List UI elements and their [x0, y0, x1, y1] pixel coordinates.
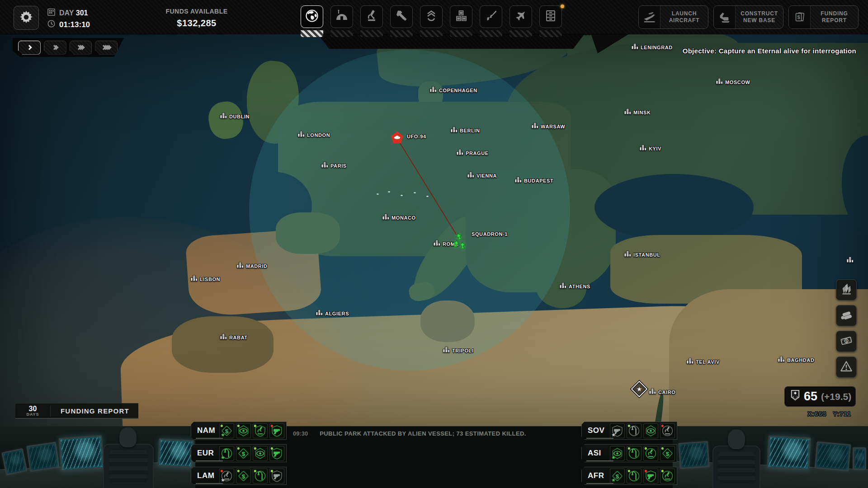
nav-tab-storage[interactable]: [450, 5, 472, 28]
region-eur-caliper-icon[interactable]: ★: [219, 446, 234, 461]
city-marker-berlin[interactable]: BERLIN: [450, 126, 480, 135]
city-marker-athens[interactable]: ATHENS: [559, 282, 590, 291]
nav-tab-soldiers[interactable]: [420, 5, 443, 28]
player-base-marker[interactable]: ★: [632, 382, 646, 396]
funding-report-button[interactable]: $FUNDINGREPORT: [788, 5, 859, 29]
city-label: TRIPOLI: [452, 348, 474, 353]
region-row-sov[interactable]: SOV★: [581, 422, 677, 440]
city-marker-warsaw[interactable]: WARSAW: [531, 122, 565, 131]
region-afr-pistol-icon[interactable]: [643, 469, 658, 483]
time-speed-3-button[interactable]: [70, 41, 92, 55]
city-marker-stockholm[interactable]: STOCKHOLM: [493, 39, 537, 47]
alert-icon: [840, 360, 853, 375]
day-value: 301: [76, 9, 88, 17]
region-afr-microscope-icon[interactable]: [660, 469, 675, 483]
city-marker-rabat[interactable]: RABAT: [220, 333, 248, 342]
time-speed-4-button[interactable]: [95, 41, 118, 55]
city-marker-tripoli[interactable]: TRIPOLI: [443, 346, 474, 355]
monitor: [678, 441, 710, 469]
nav-tab-engineering[interactable]: [390, 5, 413, 28]
city-marker-moscow[interactable]: MOSCOW: [716, 78, 750, 86]
region-nam-pistol-icon[interactable]: [269, 423, 284, 438]
city-marker-kyiv[interactable]: KYIV: [639, 144, 661, 153]
city-marker-edge[interactable]: [846, 256, 854, 265]
region-afr-caliper-icon[interactable]: [627, 469, 642, 483]
city-marker-algiers[interactable]: ALGIERS: [316, 309, 349, 318]
settings-button[interactable]: [14, 6, 39, 30]
region-nam-dollar-icon[interactable]: $★: [219, 423, 234, 438]
launch-aircraft-button[interactable]: LAUNCHAIRCRAFT: [638, 5, 708, 29]
city-label: PRAGUE: [466, 150, 489, 156]
funding-countdown-panel[interactable]: 30 DAYS FUNDING REPORT: [15, 403, 138, 419]
funds-panel: FUNDS AVAILABLE $132,285: [149, 8, 244, 28]
region-eur-dollar-icon[interactable]: $: [236, 446, 251, 461]
city-marker-minsk[interactable]: MINSK: [624, 108, 651, 117]
city-icon: [493, 39, 500, 47]
nav-tab-aircraft[interactable]: [509, 5, 532, 28]
region-asi-dollar-icon[interactable]: $: [660, 446, 675, 461]
alerts-button[interactable]: [836, 357, 857, 378]
region-nam-microscope-icon[interactable]: [253, 423, 268, 438]
city-marker-tel-aviv[interactable]: TEL AVIV: [686, 357, 720, 366]
nav-tab-geoscape[interactable]: [301, 5, 323, 28]
region-row-afr[interactable]: AFR$★: [581, 467, 677, 485]
nav-tab-research[interactable]: [360, 5, 383, 28]
city-marker-helsinki[interactable]: HELSINKI: [567, 34, 602, 37]
city-marker-istanbul[interactable]: ISTANBUL: [624, 250, 660, 259]
region-slots: $★: [219, 423, 284, 438]
city-icon: [316, 309, 323, 318]
world-map[interactable]: STOCKHOLMHELSINKILENINGRADCOPENHAGENMOSC…: [0, 34, 868, 426]
region-asi-microscope-icon[interactable]: [643, 446, 658, 461]
region-sov-caliper-icon[interactable]: [627, 423, 642, 438]
city-icon: [433, 239, 441, 248]
squadron-jet-icon[interactable]: [458, 241, 467, 249]
region-lam-pistol-icon[interactable]: [269, 469, 284, 483]
clock-icon: [47, 19, 56, 30]
city-label: LENINGRAD: [641, 45, 673, 50]
construct-new-base-button[interactable]: CONSTRUCTNEW BASE: [713, 5, 783, 29]
time-speed-1-button[interactable]: [18, 41, 41, 55]
base-star-icon: ★: [632, 382, 646, 396]
city-marker-london[interactable]: LONDON: [297, 131, 330, 139]
city-label: BAGHDAD: [787, 357, 814, 363]
region-lam-caliper-icon[interactable]: [253, 469, 268, 483]
nav-tab-archive[interactable]: [539, 5, 562, 28]
region-asi-caliper-icon[interactable]: [627, 446, 642, 461]
resources-crystals-button[interactable]: [836, 279, 857, 300]
score-panel[interactable]: 65 (+19.5): [785, 387, 855, 406]
city-marker-leningrad[interactable]: LENINGRAD: [631, 43, 673, 52]
region-row-eur[interactable]: EUR★$: [191, 444, 287, 462]
region-row-lam[interactable]: LAM★$: [191, 467, 287, 485]
city-marker-copenhagen[interactable]: COPENHAGEN: [429, 86, 477, 94]
monitor: [157, 438, 194, 468]
region-nam-eye-icon[interactable]: [236, 423, 251, 438]
resources-cash-button[interactable]: $: [836, 331, 857, 352]
region-asi-eye-icon[interactable]: ★: [610, 446, 625, 461]
city-marker-budapest[interactable]: BUDAPEST: [514, 176, 553, 185]
region-row-nam[interactable]: NAM$★: [191, 422, 287, 440]
city-marker-vienna[interactable]: VIENNA: [467, 171, 497, 180]
nav-tab-armory[interactable]: [480, 5, 502, 28]
region-sov-microscope-icon[interactable]: [660, 423, 675, 438]
city-marker-lisbon[interactable]: LISBON: [190, 275, 220, 283]
city-marker-cairo[interactable]: CAIRO: [649, 388, 675, 396]
time-speed-2-button[interactable]: [44, 41, 66, 55]
city-marker-baghdad[interactable]: BAGHDAD: [778, 356, 814, 364]
city-marker-paris[interactable]: PARIS: [321, 161, 347, 170]
region-eur-eye-icon[interactable]: [253, 446, 268, 461]
region-row-asi[interactable]: ASI★$: [581, 444, 677, 462]
region-lam-microscope-icon[interactable]: ★: [219, 469, 234, 483]
city-marker-monaco[interactable]: MONACO: [382, 213, 416, 222]
resources-alloys-button[interactable]: [836, 305, 857, 326]
construct-new-base-label: CONSTRUCTNEW BASE: [736, 6, 783, 28]
region-lam-dollar-icon[interactable]: $: [236, 469, 251, 483]
region-sov-pistol-icon[interactable]: ★: [610, 423, 625, 438]
city-marker-dublin[interactable]: DUBLIN: [220, 112, 250, 121]
city-label: LISBON: [200, 277, 220, 282]
region-eur-pistol-icon[interactable]: [269, 446, 284, 461]
region-sov-eye-icon[interactable]: [643, 423, 658, 438]
city-marker-prague[interactable]: PRAGUE: [456, 149, 489, 157]
nav-tab-base[interactable]: [330, 5, 353, 28]
city-marker-madrid[interactable]: MADRID: [236, 262, 268, 270]
region-afr-dollar-icon[interactable]: $★: [610, 469, 625, 483]
